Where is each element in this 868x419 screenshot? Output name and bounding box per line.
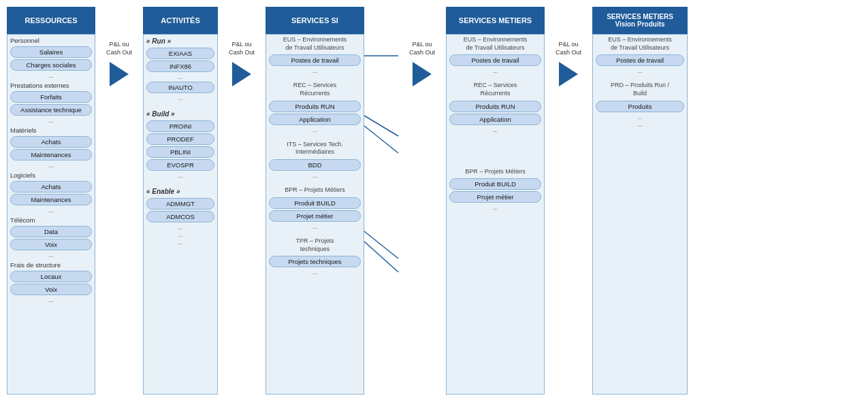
section-build: « Build »	[144, 107, 217, 119]
services-si-content: EUS – Environnementsde Travail Utilisate…	[266, 34, 364, 395]
ellipsis-enable3: ...	[146, 239, 214, 246]
smvp-prd-label: PRD – Produits Run /Build	[593, 80, 687, 99]
arrow-4: P&L ouCash Out	[545, 7, 592, 86]
svg-line-2	[364, 126, 398, 153]
pill-si-projet-metier: Projet métier	[269, 210, 361, 222]
arrow-block-4: P&L ouCash Out	[556, 41, 581, 86]
pill-si-produits-run: Produits RUN	[269, 101, 361, 112]
smvp-eus-ellipsis: ...	[596, 67, 684, 74]
pill-smvp-postes: Postes de travail	[596, 54, 684, 66]
ellipsis-1: ...	[10, 72, 92, 79]
ellipsis-enable1: ...	[146, 224, 214, 231]
pill-infx86: INFX86	[146, 61, 214, 72]
services-metiers-vp-header: SERVICES METIERS Vision Produits	[592, 7, 688, 34]
sm-eus-label: EUS – Environnementsde Travail Utilisate…	[447, 35, 544, 53]
pill-admcos: ADMCOS	[146, 211, 214, 222]
activities-header: ACTIVITÉS	[143, 7, 218, 34]
ellipsis-6: ...	[10, 297, 92, 303]
si-tpr-ellipsis: ...	[269, 269, 361, 275]
pill-maintenances-mat: Maintenances	[10, 149, 92, 161]
arrow-label-3: P&L ouCash Out	[409, 41, 435, 56]
pill-maintenances-log: Maintenances	[10, 194, 92, 205]
pill-si-bdd: BDD	[269, 159, 361, 171]
ellipsis-4: ...	[10, 207, 92, 214]
svg-line-4	[364, 241, 398, 272]
si-rec-label: REC – ServicesRécurrents	[266, 80, 364, 99]
services-si-header: SERVICES SI	[266, 7, 364, 34]
arrow-3: P&L ouCash Out	[398, 7, 446, 86]
arrow-icon-2	[232, 62, 251, 86]
column-services-metiers-vp: SERVICES METIERS Vision Produits EUS – E…	[592, 7, 688, 395]
pill-achats-log: Achats	[10, 181, 92, 192]
si-eus-label: EUS – Environnementsde Travail Utilisate…	[266, 35, 364, 53]
svg-line-3	[364, 231, 398, 258]
ellipsis-run2: ...	[146, 95, 214, 101]
arrow-icon-1	[110, 62, 129, 86]
pill-sm-application: Application	[449, 114, 541, 125]
si-rec-ellipsis: ...	[269, 127, 361, 133]
column-resources: RESSOURCES Personnel Salaires Charges so…	[7, 7, 95, 395]
si-its-ellipsis: ...	[269, 172, 361, 179]
category-personnel: Personnel	[7, 35, 95, 45]
pill-charges-sociales: Charges sociales	[10, 59, 92, 71]
pill-si-projets-tech: Projets techniques	[269, 256, 361, 267]
pill-admmgt: ADMMGT	[146, 198, 214, 210]
category-telecom: Télécom	[7, 214, 95, 224]
services-metiers-vp-content: EUS – Environnementsde Travail Utilisate…	[592, 34, 688, 395]
arrow-2: P&L ouCash Out	[218, 7, 266, 86]
pill-si-application: Application	[269, 114, 361, 125]
services-metiers-content: EUS – Environnementsde Travail Utilisate…	[446, 34, 545, 395]
si-bpr-label: BPR – Projets Métiers	[266, 185, 364, 196]
pill-voix-frais: Voix	[10, 284, 92, 295]
pill-proini: PROINI	[146, 120, 214, 132]
arrow-label-2: P&L ouCash Out	[229, 41, 255, 56]
section-enable: « Enable »	[144, 185, 217, 197]
arrow-block-2: P&L ouCash Out	[229, 41, 255, 86]
pill-inauto: INAUTO	[146, 82, 214, 93]
diagram: RESSOURCES Personnel Salaires Charges so…	[7, 7, 861, 395]
pill-sm-produit-build: Produit BUILD	[449, 178, 541, 190]
pill-locaux: Locaux	[10, 271, 92, 282]
arrow-icon-3	[413, 62, 432, 86]
pill-achats-mat: Achats	[10, 136, 92, 148]
pill-exiaas: EXIAAS	[146, 48, 214, 59]
category-materiels: Matériels	[7, 124, 95, 135]
ellipsis-build1: ...	[146, 172, 214, 179]
pill-voix-tel: Voix	[10, 239, 92, 250]
smvp-eus-label: EUS – Environnementsde Travail Utilisate…	[593, 35, 687, 53]
column-services-metiers: SERVICES METIERS EUS – Environnementsde …	[446, 7, 545, 395]
smvp-prd-ellipsis1: ...	[596, 114, 684, 120]
pill-sm-produits-run: Produits RUN	[449, 101, 541, 112]
column-services-si: SERVICES SI EUS – Environnementsde Trava…	[266, 7, 364, 395]
sm-rec-ellipsis: ...	[449, 127, 541, 133]
svg-line-1	[364, 116, 398, 136]
pill-data: Data	[10, 226, 92, 237]
arrow-1: P&L ouCash Out	[95, 7, 143, 86]
pill-evospr: EVOSPR	[146, 159, 214, 171]
pill-si-postes: Postes de travail	[269, 54, 361, 66]
ellipsis-5: ...	[10, 252, 92, 258]
resources-content: Personnel Salaires Charges sociales ... …	[7, 34, 95, 395]
connection-lines	[364, 7, 398, 395]
column-activities: ACTIVITÉS « Run » EXIAAS INFX86 ... INAU…	[143, 7, 218, 395]
pill-prodef: PRODEF	[146, 133, 214, 145]
pill-sm-projet-metier: Projet métier	[449, 191, 541, 203]
sm-rec-label: REC – ServicesRécurrents	[447, 80, 544, 99]
pill-assistance: Assistance technique	[10, 104, 92, 116]
ellipsis-run1: ...	[146, 73, 214, 80]
pill-salaires: Salaires	[10, 46, 92, 58]
sm-bpr-ellipsis: ...	[449, 204, 541, 211]
lines-svg	[364, 34, 398, 419]
pill-smvp-produits: Produits	[596, 101, 684, 112]
arrow-block-3: P&L ouCash Out	[409, 41, 435, 86]
si-its-label: ITS – Services Tech.Intermédiaires	[266, 139, 364, 158]
ellipsis-2: ...	[10, 117, 92, 124]
arrow-label-4: P&L ouCash Out	[556, 41, 581, 56]
category-frais: Frais de structure	[7, 259, 95, 269]
sm-eus-ellipsis: ...	[449, 67, 541, 74]
activities-content: « Run » EXIAAS INFX86 ... INAUTO ... « B…	[143, 34, 218, 395]
pill-si-produit-build: Produit BUILD	[269, 197, 361, 209]
category-prestations: Prestations externes	[7, 80, 95, 90]
sm-bpr-label: BPR – Projets Métiers	[447, 167, 544, 178]
ellipsis-enable2: ...	[146, 231, 214, 238]
